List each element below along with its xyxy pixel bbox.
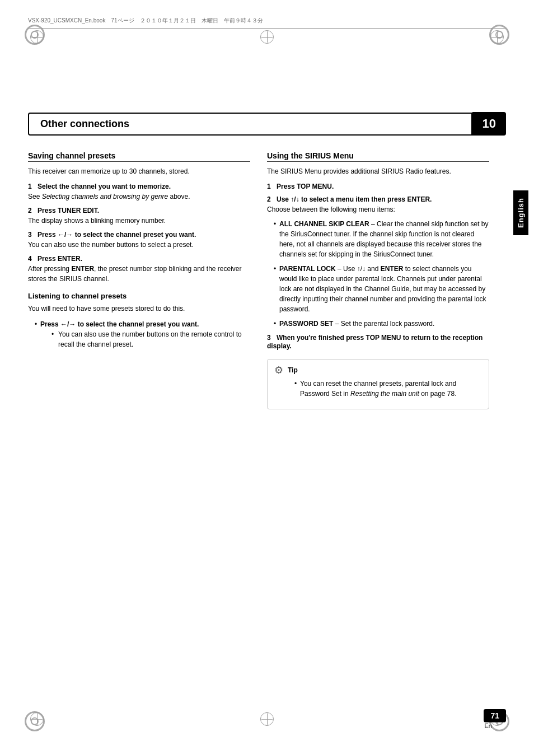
top-meta-bar: VSX-920_UCSMXCN_En.book 71ページ ２０１０年１月２１日… [28,17,506,29]
chapter-number: 10 [472,112,506,136]
crosshair-top-left [31,31,43,43]
step-2-body: The display shows a blinking memory numb… [28,216,250,226]
sirius-step-3-title: When you're finished press TOP MENU to r… [267,334,483,350]
step-3-body: You can also use the number buttons to s… [28,240,250,250]
step-3: 3 Press ←/→ to select the channel preset… [28,230,250,250]
section-sirius-intro: The SIRIUS Menu provides additional SIRI… [267,166,489,176]
sirius-bullet-all-channel-skip: ALL CHANNEL SKIP CLEAR – Clear the chann… [274,219,489,259]
right-column: Using the SIRIUS Menu The SIRIUS Menu pr… [267,151,489,700]
chapter-title: Other connections [28,113,472,136]
all-channel-skip-label: ALL CHANNEL SKIP CLEAR [279,220,369,228]
sirius-step-3-number: 3 [267,334,274,342]
page-number: 71 [484,709,506,722]
sirius-step-1: 1 Press TOP MENU. [267,182,489,190]
section-listening-title: Listening to channel presets [28,292,250,300]
step-3-title: Press ←/→ to select the channel preset y… [38,231,196,239]
sirius-bullet-list: ALL CHANNEL SKIP CLEAR – Clear the chann… [274,219,489,329]
step-2-number: 2 [28,207,35,214]
step-4-title: Press ENTER. [38,255,82,263]
tip-box: ⚙ Tip You can reset the channel presets,… [267,359,489,409]
page-number-sub: En [485,722,492,729]
sirius-step-1-number: 1 [267,183,274,190]
tip-bullet-list: You can reset the channel presets, paren… [294,379,482,399]
sirius-step-2: 2 Use ↑/↓ to select a menu item then pre… [267,195,489,214]
sirius-bullet-parental-lock: PARENTAL LOCK – Use ↑/↓ and ENTER to sel… [274,264,489,314]
section-listening-intro: You will need to have some presets store… [28,304,250,314]
crosshair-bottom-left [31,713,43,725]
sirius-bullet-password-set: PASSWORD SET – Set the parental lock pas… [274,319,489,329]
crosshair-top-middle [261,31,273,43]
step-4-number: 4 [28,255,35,263]
step-1-body: See Selecting channels and browsing by g… [28,192,250,202]
left-column: Saving channel presets This receiver can… [28,151,250,700]
tip-title: Tip [288,365,482,375]
password-set-text: – Set the parental lock password. [335,320,434,328]
listening-bullet-list: Press ←/→ to select the channel preset y… [35,319,250,349]
listening-bullet-sub: You can also use the number buttons on t… [51,329,250,349]
listening-sub-item: You can also use the number buttons on t… [51,329,250,349]
content-area: Saving channel presets This receiver can… [28,151,489,700]
file-info: VSX-920_UCSMXCN_En.book 71ページ ２０１０年１月２１日… [28,17,263,25]
language-tab: English [513,190,528,235]
step-1-number: 1 [28,183,35,190]
step-3-number: 3 [28,231,35,239]
step-2-title: Press TUNER EDIT. [38,207,99,214]
section-saving-title: Saving channel presets [28,151,250,162]
step-4-body: After pressing ENTER, the preset number … [28,264,250,284]
listening-bullet-main: Press ←/→ to select the channel preset y… [35,319,250,349]
step-4: 4 Press ENTER. After pressing ENTER, the… [28,254,250,284]
password-set-label: PASSWORD SET [279,320,333,328]
step-1: 1 Select the channel you want to memoriz… [28,182,250,202]
sirius-step-2-title: Use ↑/↓ to select a menu item then press… [277,195,432,203]
step-1-title: Select the channel you want to memorize. [38,183,171,190]
sirius-step-3: 3 When you're finished press TOP MENU to… [267,333,489,350]
sirius-step-1-title: Press TOP MENU. [277,183,334,190]
tip-content: Tip You can reset the channel presets, p… [288,365,482,403]
tip-icon: ⚙ [274,364,283,376]
chapter-header: Other connections 10 [28,112,506,136]
tip-bullet-item: You can reset the channel presets, paren… [294,379,482,399]
listening-bullet-label: Press ←/→ to select the channel preset y… [40,320,199,328]
sirius-step-2-body: Choose between the following menu items: [267,204,489,214]
crosshair-top-right [491,31,503,43]
sirius-step-2-number: 2 [267,195,274,203]
crosshair-bottom-middle [261,713,273,725]
section-saving-intro: This receiver can memorize up to 30 chan… [28,166,250,176]
parental-lock-label: PARENTAL LOCK [279,265,336,273]
section-sirius-title: Using the SIRIUS Menu [267,151,489,162]
step-2: 2 Press TUNER EDIT. The display shows a … [28,206,250,226]
